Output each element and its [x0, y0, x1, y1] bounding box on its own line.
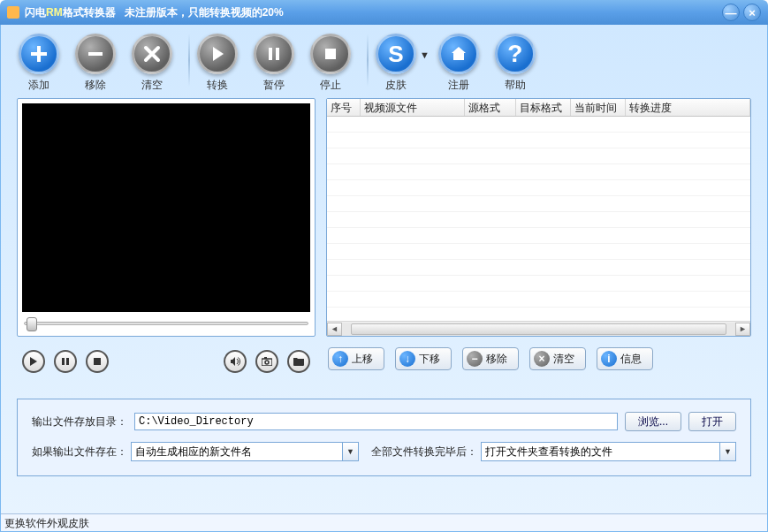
- horizontal-scrollbar[interactable]: ◄ ►: [327, 321, 750, 336]
- play-icon: [197, 34, 238, 74]
- list-actions: ↑上移 ↓下移 −移除 ×清空 i信息: [316, 337, 751, 377]
- table-row: [327, 260, 750, 276]
- minus-icon: −: [467, 351, 483, 367]
- register-button[interactable]: 注册: [438, 34, 479, 93]
- browse-button[interactable]: 浏览...: [625, 412, 681, 431]
- folder-control[interactable]: [287, 350, 310, 373]
- settings-panel: 输出文件存放目录： 浏览... 打开 如果输出文件存在： 自动生成相应的新文件名…: [17, 399, 751, 476]
- svg-rect-1: [269, 48, 272, 60]
- col-srcfmt[interactable]: 源格式: [465, 99, 516, 116]
- stop-icon: [310, 34, 351, 74]
- list-remove-button[interactable]: −移除: [462, 347, 519, 370]
- exists-label: 如果输出文件存在：: [32, 445, 127, 460]
- scroll-thumb[interactable]: [351, 323, 726, 335]
- seek-slider[interactable]: [22, 312, 310, 331]
- titlebar: 闪电RM格式转换器 未注册版本，只能转换视频的20% — ×: [0, 0, 768, 25]
- convert-label: 转换: [207, 78, 228, 93]
- info-button[interactable]: i信息: [597, 347, 653, 370]
- table-row: [327, 164, 750, 180]
- table-row: [327, 276, 750, 292]
- svg-point-8: [265, 361, 269, 364]
- move-up-button[interactable]: ↑上移: [328, 347, 384, 370]
- col-source[interactable]: 视频源文件: [361, 99, 465, 116]
- output-dir-label: 输出文件存放目录：: [32, 414, 127, 429]
- toolbar-separator-2: [367, 34, 369, 87]
- help-label: 帮助: [505, 78, 526, 93]
- status-bar: 更换软件外观皮肤: [1, 513, 767, 531]
- col-progress[interactable]: 转换进度: [626, 99, 750, 116]
- col-index[interactable]: 序号: [327, 99, 361, 116]
- svg-rect-2: [276, 48, 279, 60]
- table-row: [327, 292, 750, 308]
- clear-label: 清空: [141, 78, 163, 93]
- col-time[interactable]: 当前时间: [571, 99, 626, 116]
- register-label: 注册: [448, 78, 469, 93]
- after-label: 全部文件转换完毕后：: [371, 445, 477, 460]
- list-header: 序号 视频源文件 源格式 目标格式 当前时间 转换进度: [327, 99, 750, 117]
- app-icon: [7, 6, 19, 19]
- title-note: 未注册版本，只能转换视频的20%: [125, 6, 284, 19]
- add-button[interactable]: 添加: [19, 34, 59, 93]
- scroll-right-icon[interactable]: ►: [735, 323, 750, 336]
- minimize-icon: —: [726, 6, 737, 19]
- arrow-up-icon: ↑: [332, 351, 348, 367]
- video-preview: [22, 103, 310, 312]
- table-row: [327, 148, 750, 164]
- slider-thumb[interactable]: [27, 317, 37, 331]
- stop-button[interactable]: 停止: [310, 34, 351, 93]
- remove-label: 移除: [85, 78, 106, 93]
- table-row: [327, 228, 750, 244]
- list-clear-button[interactable]: ×清空: [529, 347, 586, 370]
- title-text: 闪电RM格式转换器 未注册版本，只能转换视频的20%: [25, 5, 284, 20]
- pause-icon: [254, 34, 294, 74]
- skin-icon: S: [376, 34, 416, 74]
- x-icon: ×: [534, 351, 550, 367]
- chevron-down-icon: ▼: [420, 49, 430, 60]
- table-row: [327, 180, 750, 196]
- preview-controls: [17, 342, 316, 377]
- list-body[interactable]: [327, 117, 750, 321]
- minimize-button[interactable]: —: [722, 4, 740, 21]
- move-down-button[interactable]: ↓下移: [395, 347, 452, 370]
- after-dropdown[interactable]: 打开文件夹查看转换的文件 ▼: [481, 442, 736, 461]
- pause-button[interactable]: 暂停: [254, 34, 294, 93]
- minus-icon: [75, 34, 116, 74]
- col-dstfmt[interactable]: 目标格式: [516, 99, 571, 116]
- svg-rect-5: [66, 358, 69, 365]
- svg-rect-4: [62, 358, 65, 365]
- stop-label: 停止: [320, 78, 341, 93]
- toolbar: 添加 移除 清空 转换 暂停 停止 S 皮肤 ▼: [1, 25, 767, 98]
- plus-icon: [19, 34, 59, 74]
- convert-button[interactable]: 转换: [197, 34, 238, 93]
- remove-button[interactable]: 移除: [75, 34, 116, 93]
- output-dir-input[interactable]: [134, 413, 618, 430]
- play-control[interactable]: [22, 350, 45, 373]
- exists-dropdown[interactable]: 自动生成相应的新文件名 ▼: [131, 442, 359, 461]
- volume-control[interactable]: [224, 350, 247, 373]
- skin-label: 皮肤: [385, 78, 407, 93]
- table-row: [327, 212, 750, 228]
- exists-value: 自动生成相应的新文件名: [135, 445, 252, 460]
- help-button[interactable]: ? 帮助: [495, 34, 536, 93]
- after-value: 打开文件夹查看转换的文件: [485, 445, 612, 460]
- file-list-panel: 序号 视频源文件 源格式 目标格式 当前时间 转换进度: [326, 98, 751, 337]
- clear-button[interactable]: 清空: [132, 34, 172, 93]
- pause-control[interactable]: [54, 350, 77, 373]
- svg-rect-9: [264, 357, 267, 359]
- open-button[interactable]: 打开: [688, 412, 736, 431]
- title-hl: RM: [46, 6, 63, 19]
- stop-control[interactable]: [86, 350, 109, 373]
- svg-rect-7: [262, 359, 272, 366]
- table-row: [327, 117, 750, 133]
- snapshot-control[interactable]: [255, 350, 278, 373]
- close-button[interactable]: ×: [743, 4, 761, 21]
- title-app: 闪电: [25, 6, 46, 19]
- scroll-left-icon[interactable]: ◄: [327, 323, 342, 336]
- table-row: [327, 244, 750, 260]
- svg-rect-3: [325, 49, 336, 59]
- skin-dropdown[interactable]: S 皮肤 ▼: [376, 34, 438, 93]
- close-icon: ×: [749, 6, 756, 19]
- arrow-down-icon: ↓: [399, 351, 415, 367]
- title-suffix: 格式转换器: [63, 6, 116, 19]
- svg-rect-6: [94, 358, 101, 365]
